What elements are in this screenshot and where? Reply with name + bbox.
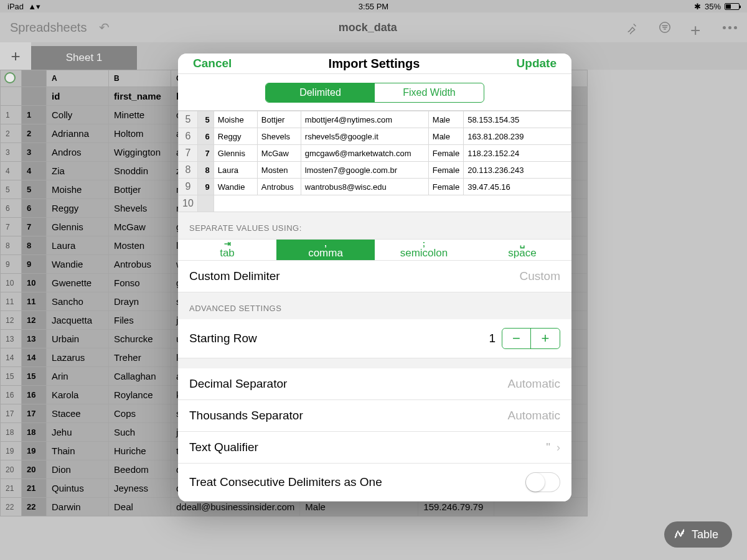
- starting-row-row: Starting Row 1 − +: [178, 319, 571, 358]
- modal-title: Import Settings: [329, 57, 420, 71]
- step-plus-button[interactable]: +: [531, 329, 560, 348]
- space-glyph: ␣: [520, 241, 525, 247]
- text-qualifier-label: Text Qualifier: [189, 441, 258, 454]
- setting-gap: [178, 358, 571, 368]
- bolt-icon: 🗲: [674, 528, 685, 541]
- decimal-separator-value: Automatic: [508, 377, 560, 391]
- seg-delimited[interactable]: Delimited: [266, 83, 375, 102]
- comma-glyph: ,: [324, 241, 327, 247]
- starting-row-stepper[interactable]: − +: [502, 328, 560, 349]
- import-settings-modal: Cancel Import Settings Update Delimited …: [178, 54, 571, 502]
- cancel-button[interactable]: Cancel: [193, 57, 232, 70]
- starting-row-label: Starting Row: [189, 332, 257, 345]
- modal-header: Cancel Import Settings Update: [178, 54, 571, 74]
- tab-glyph: ⇥: [224, 241, 231, 247]
- advanced-settings-title: Advanced Settings: [178, 292, 571, 319]
- separate-values-title: Separate values using:: [178, 212, 571, 239]
- seg-delimited-label: Delimited: [299, 87, 341, 98]
- chevron-right-icon: ›: [557, 441, 560, 454]
- import-preview-table: 55MoisheBottjermbottjer4@nytimes.comMale…: [178, 110, 571, 212]
- delim-comma-label: comma: [308, 247, 343, 259]
- treat-consecutive-switch[interactable]: [525, 472, 560, 492]
- delim-tab-label: tab: [220, 247, 235, 259]
- text-qualifier-row[interactable]: Text Qualifier " ›: [178, 432, 571, 464]
- starting-row-value: 1: [489, 332, 496, 345]
- format-segmented-control[interactable]: Delimited Fixed Width: [265, 83, 484, 103]
- delim-semicolon[interactable]: ;semicolon: [375, 240, 473, 260]
- thousands-separator-row[interactable]: Thousands Separator Automatic: [178, 400, 571, 432]
- delim-tab[interactable]: ⇥tab: [178, 240, 276, 260]
- custom-delimiter-row[interactable]: Custom Delimiter Custom: [178, 261, 571, 292]
- treat-consecutive-label: Treat Consecutive Delimiters as One: [189, 475, 382, 489]
- semicolon-glyph: ;: [423, 241, 425, 247]
- table-fab[interactable]: 🗲 Table: [664, 521, 732, 548]
- thousands-separator-value: Automatic: [508, 409, 560, 422]
- seg-fixed-label: Fixed Width: [403, 87, 455, 98]
- custom-delimiter-value: Custom: [520, 269, 560, 283]
- step-minus-button[interactable]: −: [502, 329, 531, 348]
- delimiter-options: ⇥tab ,comma ;semicolon ␣space: [178, 239, 571, 261]
- text-qualifier-value: ": [546, 441, 550, 454]
- treat-consecutive-row: Treat Consecutive Delimiters as One: [178, 464, 571, 502]
- thousands-separator-label: Thousands Separator: [189, 409, 303, 422]
- fab-label: Table: [692, 528, 718, 541]
- delim-semicolon-label: semicolon: [400, 247, 448, 259]
- custom-delimiter-label: Custom Delimiter: [189, 269, 280, 283]
- seg-fixed-width[interactable]: Fixed Width: [375, 83, 484, 102]
- delim-space-label: space: [508, 247, 536, 259]
- delim-space[interactable]: ␣space: [473, 240, 571, 260]
- decimal-separator-row[interactable]: Decimal Separator Automatic: [178, 368, 571, 400]
- decimal-separator-label: Decimal Separator: [189, 377, 287, 391]
- delim-comma[interactable]: ,comma: [276, 240, 375, 260]
- update-button[interactable]: Update: [517, 57, 557, 70]
